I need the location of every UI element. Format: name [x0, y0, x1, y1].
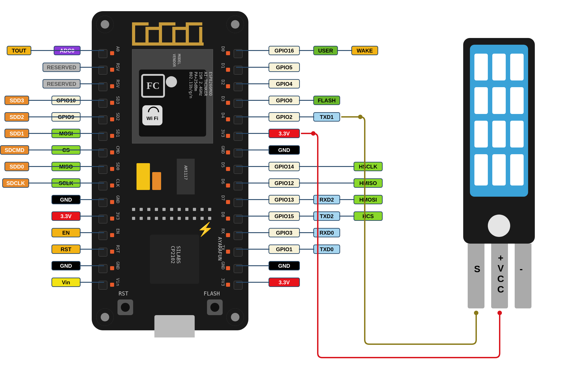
capacitor [152, 172, 161, 190]
pin-connector-line [299, 183, 354, 184]
pin-label-sdd2: SDD2 [4, 112, 29, 121]
pin-pad [226, 68, 230, 72]
module-label: VENDOR [172, 54, 176, 67]
pin-pad [226, 200, 230, 204]
pin-connector-line [337, 50, 352, 51]
usb-serial-chip: SILABS CP2102 [150, 235, 199, 284]
pin-connector-line [28, 117, 52, 117]
voltage-regulator: AM1117 [177, 159, 195, 195]
pin-connector-line [236, 150, 269, 150]
pin-connector-line [299, 50, 314, 51]
pin-pad [110, 167, 114, 171]
pin-connector-line [299, 249, 314, 250]
silk-label: TX [220, 245, 226, 250]
pin-label-rxd0: RXD0 [313, 228, 340, 237]
wifi-antenna [132, 22, 204, 47]
pin-connector-line [80, 67, 104, 68]
sensor-pin-gnd[interactable] [515, 244, 531, 309]
pin-pad [226, 167, 230, 171]
pin-pad [226, 117, 230, 121]
module-text: ISM 2.4GHz [198, 72, 203, 96]
right-pin-header[interactable] [224, 49, 242, 295]
flash-button-label: FLASH [204, 291, 220, 297]
pin-connector-line [339, 216, 354, 217]
pin-label-33v: 3.3V [269, 129, 300, 138]
pin-connector-line [236, 216, 269, 217]
pin-pad [110, 134, 114, 138]
pin-connector-line [236, 249, 269, 250]
pin-label-gnd: GND [51, 261, 81, 271]
silk-label: D7 [220, 195, 226, 201]
wire-endpoint [311, 131, 316, 136]
pin-connector-line [236, 83, 269, 84]
pin-connector-line [80, 199, 104, 200]
silk-label: CLK [115, 179, 121, 187]
rst-button[interactable] [117, 300, 133, 315]
pin-connector-line [28, 133, 52, 134]
silk-label: 3V3 [220, 129, 226, 137]
dht-sensor [463, 38, 535, 244]
pin-label-gnd: GND [51, 195, 81, 204]
pin-label-gpio15: GPIO15 [269, 211, 300, 221]
pin-connector-line [236, 166, 269, 167]
silk-label: D1 [220, 63, 226, 68]
pin-connector-line [236, 100, 269, 101]
pin-label-hsclk: HSCLK [354, 162, 383, 171]
pin-label-gpio12: GPIO12 [269, 178, 300, 188]
pin-pad [110, 217, 114, 221]
silk-label: D5 [220, 162, 226, 168]
pin-label-sdd1: SDD1 [4, 129, 29, 138]
micro-usb-port[interactable] [154, 315, 195, 337]
silk-label: CMD [115, 146, 121, 154]
wire-endpoint [497, 311, 502, 315]
pin-connector-line [80, 232, 104, 233]
silk-label: GND [115, 262, 121, 270]
pin-connector-line [236, 282, 269, 283]
pin-connector-line [236, 265, 269, 266]
silk-label: RX [220, 228, 226, 234]
pin-connector-line [236, 133, 269, 134]
silk-label: Vin [115, 278, 121, 286]
pin-connector-line [299, 166, 354, 167]
pin-pad [226, 51, 230, 55]
pin-connector-line [236, 199, 269, 200]
pin-label-33v: 3.3V [269, 277, 300, 287]
pin-pad [226, 184, 230, 188]
silk-label: SD1 [115, 129, 121, 137]
left-pin-header[interactable] [98, 49, 116, 295]
pin-label-gpio1: GPIO1 [269, 244, 300, 254]
mount-hole [227, 309, 244, 326]
pin-pad [110, 101, 114, 105]
silk-label: 3V3 [220, 278, 226, 286]
pin-pad [110, 250, 114, 254]
pin-label-gnd: GND [269, 145, 300, 155]
pin-pad [226, 134, 230, 138]
pin-label-hcs: HCS [354, 211, 383, 221]
pin-label-gpio13: GPIO13 [269, 195, 300, 204]
pin-connector-line [236, 232, 269, 233]
signal-wire [341, 117, 476, 344]
silk-label: SD0 [115, 162, 121, 170]
silk-label: GND [220, 146, 226, 154]
pin-pad [110, 233, 114, 237]
wire-endpoint [358, 115, 363, 119]
silk-label: GND [220, 262, 226, 270]
pin-connector-line [236, 67, 269, 68]
pin-pad [226, 84, 230, 88]
pin-connector-line [28, 183, 52, 184]
silk-label: SD2 [115, 113, 121, 121]
mount-hole [96, 309, 114, 326]
flash-button[interactable] [207, 300, 223, 315]
pin-connector-line [299, 100, 314, 101]
pin-label-user: USER [313, 46, 338, 55]
sensor-grille [470, 45, 528, 197]
pin-label-vin: Vin [51, 277, 81, 287]
pin-label-rxd2: RXD2 [313, 195, 340, 204]
pin-pad [110, 150, 114, 155]
pin-connector-line [236, 183, 269, 184]
silk-label: 3V3 [115, 212, 121, 220]
sensor-pin-signal[interactable] [468, 244, 484, 309]
pin-label-txd2: TXD2 [313, 211, 340, 221]
pin-pad [110, 117, 114, 121]
pin-pad [110, 184, 114, 188]
